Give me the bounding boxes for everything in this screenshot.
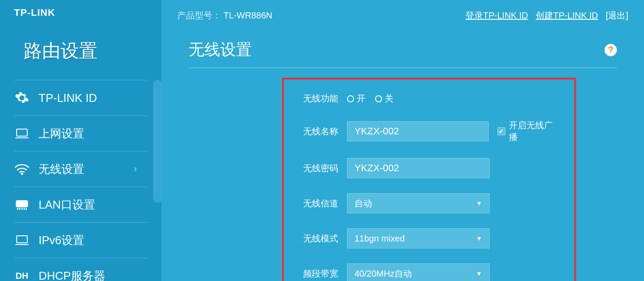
- dh-icon: DH: [14, 268, 30, 281]
- sidebar-item-ipv6[interactable]: IPv6设置: [14, 223, 147, 258]
- broadcast-checkbox[interactable]: ✔ 开启无线广播: [497, 119, 561, 143]
- broadcast-label: 开启无线广播: [509, 119, 561, 143]
- tplink-logo-icon: TP-LINK: [14, 8, 73, 18]
- gear-icon: [14, 90, 30, 106]
- bandwidth-value: 40/20MHz自动: [354, 268, 412, 280]
- ssid-label: 无线名称: [297, 126, 338, 137]
- wireless-func-label: 无线功能: [297, 93, 338, 104]
- radio-on[interactable]: 开: [347, 93, 365, 104]
- laptop-icon: [14, 126, 30, 141]
- sidebar-item-tplink-id[interactable]: TP-LINK ID: [14, 80, 147, 116]
- wireless-settings-box: 无线功能 开 关 无线名称 ✔ 开启无线广播: [282, 78, 576, 281]
- svg-rect-9: [26, 208, 27, 210]
- chevron-down-icon: ▼: [476, 200, 482, 207]
- bandwidth-select[interactable]: 40/20MHz自动 ▼: [347, 263, 490, 281]
- sidebar-item-label: 无线设置: [39, 162, 84, 177]
- topbar-links: 登录TP-LINK ID 创建TP-LINK ID [退出]: [460, 10, 628, 22]
- row-bandwidth: 频段带宽 40/20MHz自动 ▼: [297, 263, 561, 281]
- product-model: TL-WR886N: [224, 11, 272, 20]
- svg-point-3: [21, 173, 23, 175]
- create-link[interactable]: 创建TP-LINK ID: [536, 11, 598, 20]
- sidebar-item-label: LAN口设置: [39, 197, 95, 213]
- svg-rect-7: [22, 208, 23, 210]
- product-info: 产品型号： TL-WR886N: [177, 10, 272, 22]
- svg-rect-5: [19, 208, 20, 210]
- wireless-func-radio-group: 开 关: [347, 93, 394, 104]
- row-ssid: 无线名称 ✔ 开启无线广播: [297, 119, 561, 143]
- sidebar-item-label: IPv6设置: [39, 233, 84, 248]
- radio-on-icon: [347, 95, 354, 102]
- section-header: 无线设置 ?: [189, 39, 617, 68]
- radio-on-label: 开: [357, 93, 365, 104]
- sidebar-item-internet[interactable]: 上网设置: [14, 116, 147, 151]
- sidebar-item-dhcp[interactable]: DH DHCP服务器: [14, 258, 147, 281]
- channel-select[interactable]: 自动 ▼: [347, 193, 490, 213]
- logo: TP-LINK: [0, 0, 161, 18]
- row-mode: 无线模式 11bgn mixed ▼: [297, 228, 561, 249]
- radio-off[interactable]: 关: [375, 93, 394, 104]
- svg-rect-6: [21, 208, 21, 210]
- channel-label: 无线信道: [297, 198, 338, 209]
- sidebar-scrollbar[interactable]: [154, 80, 161, 203]
- main-panel: 产品型号： TL-WR886N 登录TP-LINK ID 创建TP-LINK I…: [161, 0, 644, 281]
- svg-rect-8: [24, 208, 25, 210]
- channel-value: 自动: [354, 198, 372, 209]
- logout-link[interactable]: [退出]: [606, 11, 628, 20]
- check-icon: ✔: [497, 127, 505, 135]
- sidebar: TP-LINK 路由设置 TP-LINK ID 上网设置: [0, 0, 161, 281]
- lan-icon: [14, 197, 30, 213]
- svg-rect-10: [17, 236, 27, 243]
- sidebar-item-lan[interactable]: LAN口设置: [14, 187, 147, 223]
- sidebar-item-wireless[interactable]: 无线设置 ›: [14, 151, 147, 187]
- bandwidth-label: 频段带宽: [297, 268, 338, 280]
- login-link[interactable]: 登录TP-LINK ID: [465, 11, 528, 20]
- mode-select[interactable]: 11bgn mixed ▼: [347, 228, 490, 249]
- wifi-icon: [14, 161, 30, 177]
- radio-off-icon: [375, 95, 382, 102]
- sidebar-item-label: 上网设置: [39, 126, 84, 141]
- laptop-icon: [14, 232, 30, 248]
- mode-value: 11bgn mixed: [354, 234, 405, 244]
- sidebar-item-label: TP-LINK ID: [39, 91, 97, 105]
- chevron-right-icon: ›: [134, 163, 137, 175]
- svg-rect-4: [17, 208, 18, 210]
- page-title: 路由设置: [0, 18, 161, 77]
- password-label: 无线密码: [297, 162, 338, 174]
- chevron-down-icon: ▼: [476, 270, 482, 277]
- ssid-input[interactable]: [347, 121, 489, 141]
- row-wireless-function: 无线功能 开 关: [297, 93, 561, 104]
- topbar: 产品型号： TL-WR886N 登录TP-LINK ID 创建TP-LINK I…: [161, 0, 644, 31]
- mode-label: 无线模式: [297, 233, 338, 245]
- row-channel: 无线信道 自动 ▼: [297, 193, 561, 213]
- section-title: 无线设置: [189, 39, 252, 61]
- chevron-down-icon: ▼: [476, 235, 482, 242]
- product-label: 产品型号：: [177, 11, 221, 20]
- sidebar-item-label: DHCP服务器: [39, 268, 105, 281]
- sidebar-nav: TP-LINK ID 上网设置 无线设置 › LAN口设置: [0, 80, 161, 281]
- row-password: 无线密码: [297, 158, 561, 178]
- svg-rect-1: [17, 129, 27, 136]
- radio-off-label: 关: [385, 93, 394, 104]
- help-button[interactable]: ?: [605, 44, 617, 56]
- password-input[interactable]: [347, 158, 490, 178]
- content: 无线设置 ? 无线功能 开 关 无线名称: [161, 31, 644, 281]
- svg-text:TP-LINK: TP-LINK: [14, 8, 55, 18]
